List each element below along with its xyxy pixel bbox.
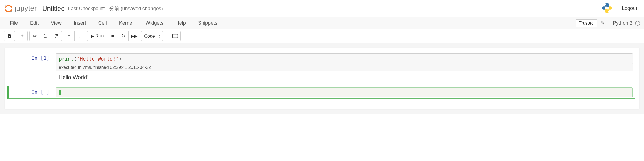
cell-selected[interactable]: In [ ]: <box>7 86 635 99</box>
celltype-select[interactable]: Code <box>141 31 163 41</box>
run-label: Run <box>96 33 104 38</box>
kernel-idle-icon <box>635 21 640 26</box>
svg-rect-8 <box>56 36 58 38</box>
run-icon: ▶ <box>91 33 94 39</box>
menu-insert[interactable]: Insert <box>68 17 92 29</box>
divider <box>609 20 609 27</box>
paste-icon <box>54 34 59 38</box>
menu-widgets[interactable]: Widgets <box>139 17 170 29</box>
move-down-button[interactable]: ↓ <box>74 31 85 41</box>
code-input[interactable] <box>56 87 633 97</box>
menu-view[interactable]: View <box>45 17 68 29</box>
menu-snippets[interactable]: Snippets <box>192 17 223 29</box>
copy-icon <box>43 34 48 38</box>
svg-rect-13 <box>176 35 176 35</box>
python-logo-icon <box>601 2 613 15</box>
cell-body: print("Hello World!") executed in 7ms, f… <box>56 53 635 80</box>
svg-rect-14 <box>176 35 177 35</box>
svg-rect-7 <box>56 34 57 35</box>
command-palette-button[interactable] <box>170 31 181 41</box>
execution-info: executed in 7ms, finished 02:29:41 2018-… <box>56 64 633 71</box>
plus-icon: + <box>20 33 24 39</box>
menu-help[interactable]: Help <box>170 17 192 29</box>
input-prompt: In [1]: <box>9 53 56 80</box>
input-prompt: In [ ]: <box>9 87 56 97</box>
insert-cell-button[interactable]: + <box>17 31 28 41</box>
arrow-up-icon: ↑ <box>68 33 70 39</box>
paste-button[interactable] <box>51 31 62 41</box>
keyboard-icon <box>172 34 178 38</box>
notebook: In [1]: print("Hello World!") executed i… <box>5 48 639 109</box>
pencil-icon[interactable]: ✎ <box>601 20 605 26</box>
cut-button[interactable]: ✂ <box>29 31 40 41</box>
svg-rect-5 <box>45 34 47 37</box>
jupyter-logo-text: jupyter <box>15 4 37 13</box>
restart-run-all-button[interactable]: ▶▶ <box>128 31 139 41</box>
menubar: File Edit View Insert Cell Kernel Widget… <box>0 17 644 29</box>
svg-rect-19 <box>176 36 177 36</box>
svg-rect-11 <box>174 35 175 35</box>
trusted-indicator[interactable]: Trusted <box>576 19 597 27</box>
menu-edit[interactable]: Edit <box>24 17 45 29</box>
menu-cell[interactable]: Cell <box>92 17 113 29</box>
header: jupyter Untitled Last Checkpoint: 1分前 (u… <box>0 0 644 17</box>
stop-icon: ■ <box>111 33 114 38</box>
jupyter-logo-icon <box>4 4 13 13</box>
cell-output: Hello World! <box>56 71 633 80</box>
checkpoint-status: Last Checkpoint: 1分前 (unsaved changes) <box>68 5 163 12</box>
copy-button[interactable] <box>40 31 51 41</box>
interrupt-button[interactable]: ■ <box>107 31 118 41</box>
menu-file[interactable]: File <box>4 17 24 29</box>
move-up-button[interactable]: ↑ <box>64 31 75 41</box>
cell-body <box>56 87 635 97</box>
kernel-indicator[interactable]: Python 3 <box>613 20 640 26</box>
svg-point-2 <box>605 4 606 5</box>
svg-rect-20 <box>174 37 176 37</box>
save-icon <box>7 34 12 38</box>
kernel-name: Python 3 <box>613 20 632 26</box>
code-input[interactable]: print("Hello World!") <box>56 53 633 64</box>
restart-icon: ↻ <box>121 33 125 39</box>
svg-point-3 <box>608 11 609 12</box>
notebook-container: In [1]: print("Hello World!") executed i… <box>0 43 644 114</box>
toolbar: + ✂ ↑ ↓ ▶ Run ■ ↻ ▶▶ <box>0 29 644 43</box>
logout-button[interactable]: Logout <box>618 3 641 14</box>
menu-kernel[interactable]: Kernel <box>113 17 139 29</box>
scissors-icon: ✂ <box>33 33 37 39</box>
svg-rect-17 <box>175 36 175 36</box>
save-button[interactable] <box>4 31 15 41</box>
svg-rect-16 <box>174 36 175 36</box>
fast-forward-icon: ▶▶ <box>131 33 137 39</box>
notebook-name[interactable]: Untitled <box>42 5 65 12</box>
svg-rect-15 <box>173 36 174 36</box>
run-button[interactable]: ▶ Run <box>87 31 107 41</box>
cursor-icon <box>59 90 61 95</box>
svg-rect-18 <box>176 36 176 36</box>
svg-point-1 <box>11 11 12 12</box>
restart-button[interactable]: ↻ <box>118 31 129 41</box>
svg-rect-12 <box>175 35 175 35</box>
jupyter-logo[interactable]: jupyter <box>4 4 37 13</box>
cell[interactable]: In [1]: print("Hello World!") executed i… <box>9 53 635 80</box>
arrow-down-icon: ↓ <box>79 33 81 39</box>
svg-rect-10 <box>173 35 174 35</box>
